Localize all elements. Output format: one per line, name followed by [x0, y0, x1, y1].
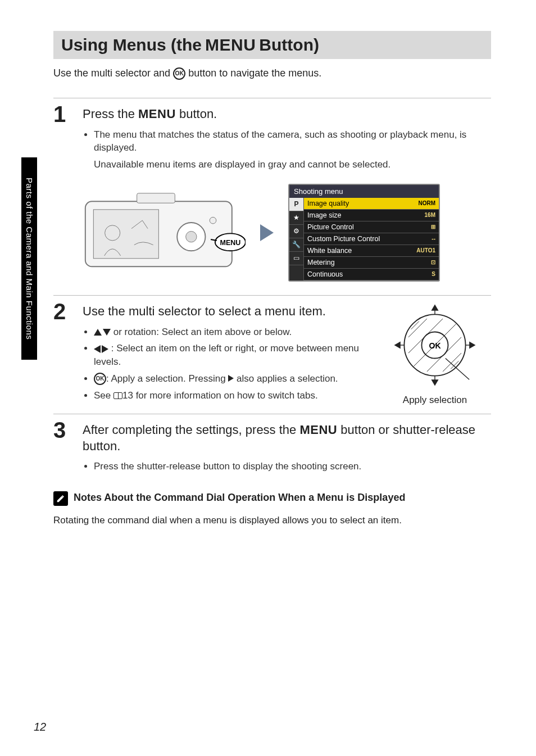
menu-item-value: 16M	[425, 212, 435, 218]
menu-item: Image quality NORM	[304, 198, 439, 210]
section-heading: Using Menus (the MENU Button)	[61, 35, 483, 55]
step1-title-pre: Press the	[83, 107, 138, 121]
svg-rect-1	[137, 193, 175, 203]
svg-point-5	[186, 232, 197, 242]
menu-screen-tabs: P ★ ⚙ 🔧 ▭	[289, 198, 304, 280]
step2-bullet-3: OK: Apply a selection. Pressing also app…	[94, 372, 362, 386]
step-number: 3	[53, 419, 70, 477]
step2-b4-page: 13	[122, 390, 133, 401]
step-2-title: Use the multi selector to select a menu …	[83, 304, 362, 320]
notes-block: Notes About the Command Dial Operation W…	[53, 491, 491, 506]
step1-bullet-2: Unavailable menu items are displayed in …	[83, 158, 491, 171]
section-heading-bar: Using Menus (the MENU Button)	[53, 31, 491, 59]
step3-title-pre: After completing the settings, press the	[83, 423, 299, 437]
menu-item: Image size 16M	[304, 210, 439, 221]
notes-title: Notes About the Command Dial Operation W…	[74, 491, 405, 504]
menu-item: Metering ⊡	[304, 257, 439, 269]
svg-marker-16	[431, 379, 438, 386]
svg-marker-17	[394, 341, 401, 348]
shooting-menu-screen: Shooting menu P ★ ⚙ 🔧 ▭ Im	[288, 184, 440, 282]
step2-b2-text: : Select an item on the left or right, o…	[94, 343, 359, 367]
step2-b4-post: for more information on how to switch ta…	[133, 390, 318, 401]
step2-bullet-2: : Select an item on the left or right, o…	[94, 342, 362, 369]
menu-item-label: Picture Control	[307, 223, 354, 231]
svg-marker-18	[469, 341, 475, 348]
step1-bullet-1: The menu that matches the status of the …	[94, 128, 491, 155]
menu-screen-list: Image quality NORM Image size 16M Pictur…	[304, 198, 439, 280]
heading-pre: Using Menus (the	[61, 35, 202, 55]
menu-item-value: NORM	[418, 200, 435, 206]
step2-bullet-4: See 13 for more information on how to sw…	[94, 389, 362, 402]
step3-title-menu: MENU	[299, 423, 337, 437]
step2-b1-text: or rotation: Select an item above or bel…	[113, 327, 292, 337]
step2-b3-post: also applies a selection.	[234, 373, 338, 384]
side-tab: Parts of the Camera and Main Functions	[21, 157, 37, 360]
menu-item-value: ⊞	[431, 224, 435, 230]
intro-pre: Use the multi selector and	[53, 67, 173, 79]
intro-text: Use the multi selector and OK button to …	[53, 66, 491, 81]
camera-menu-label: MENU	[220, 239, 240, 247]
ok-icon: OK	[173, 67, 185, 80]
menu-item-label: Image size	[307, 211, 341, 219]
step1-figure-row: MENU Shooting menu P ★ ⚙ 🔧 ▭	[83, 184, 491, 282]
menu-tab: ▭	[289, 252, 303, 265]
step1-title-menu: MENU	[138, 107, 176, 121]
svg-rect-2	[93, 210, 158, 259]
camera-illustration: MENU	[83, 191, 246, 274]
menu-tab: ⚙	[289, 225, 303, 238]
step-1-title: Press the MENU button.	[83, 106, 491, 123]
right-arrow-icon	[102, 345, 108, 353]
step3-bullet: Press the shutter-release button to disp…	[94, 460, 491, 473]
step2-b4-pre: See	[94, 390, 113, 401]
down-arrow-icon	[103, 329, 111, 336]
notes-body: Rotating the command dial when a menu is…	[53, 514, 491, 527]
menu-item: Continuous S	[304, 269, 439, 280]
step-number: 1	[53, 103, 70, 287]
menu-item: Custom Picture Control --	[304, 233, 439, 245]
pencil-icon	[53, 491, 68, 506]
intro-post: button to navigate the menus.	[188, 67, 321, 79]
menu-item-label: Continuous	[307, 270, 343, 278]
multi-selector-illustration: OK Apply selection	[379, 300, 491, 406]
step-3-title: After completing the settings, press the…	[83, 422, 491, 454]
step-3: 3 After completing the settings, press t…	[53, 419, 491, 477]
menu-screen-header: Shooting menu	[289, 185, 439, 198]
menu-item-value: AUTO1	[416, 247, 435, 253]
menu-item-value: --	[431, 236, 435, 242]
book-icon	[113, 392, 122, 399]
menu-item-value: ⊡	[431, 259, 435, 265]
menu-tab: ★	[289, 211, 303, 225]
menu-item: Picture Control ⊞	[304, 221, 439, 233]
up-arrow-icon	[94, 329, 102, 336]
menu-item: White balance AUTO1	[304, 245, 439, 257]
svg-point-6	[210, 218, 216, 224]
selector-caption: Apply selection	[379, 395, 491, 406]
ok-icon: OK	[94, 373, 106, 385]
svg-marker-15	[431, 305, 438, 311]
menu-item-label: Image quality	[307, 200, 349, 207]
page-number: 12	[34, 721, 46, 734]
step-2: 2 Use the multi selector to select a men…	[53, 300, 491, 406]
menu-item-value: S	[431, 271, 435, 277]
step1-title-post: button.	[179, 107, 217, 121]
heading-menu-word: MENU	[205, 35, 256, 55]
step-1: 1 Press the MENU button. The menu that m…	[53, 103, 491, 287]
arrow-right-icon	[260, 224, 274, 241]
selector-ok-label: OK	[429, 341, 441, 350]
menu-tab: 🔧	[289, 238, 303, 252]
menu-item-label: Metering	[307, 259, 335, 266]
heading-post: Button)	[259, 35, 319, 55]
step-number: 2	[53, 300, 70, 406]
menu-item-label: White balance	[307, 247, 352, 255]
right-arrow-icon	[228, 375, 234, 382]
step2-b3-mid: : Apply a selection. Pressing	[106, 373, 228, 384]
menu-item-label: Custom Picture Control	[307, 235, 380, 243]
step2-bullet-1: or rotation: Select an item above or bel…	[94, 325, 362, 339]
menu-tab: P	[289, 198, 303, 211]
left-arrow-icon	[94, 345, 101, 353]
